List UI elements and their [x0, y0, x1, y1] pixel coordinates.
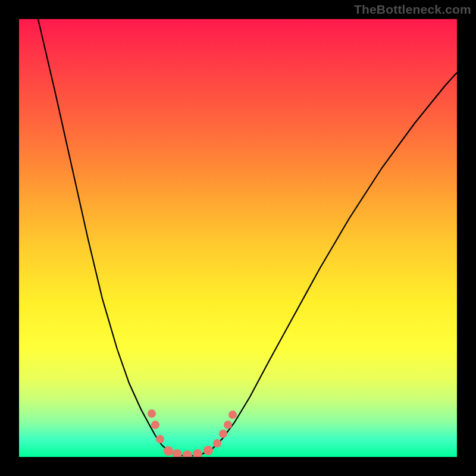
watermark-text: TheBottleneck.com: [354, 2, 471, 17]
highlight-dot: [219, 430, 227, 438]
highlight-dot: [228, 411, 237, 419]
bottleneck-curve: [19, 19, 457, 457]
highlight-dot: [213, 439, 221, 447]
highlight-dot: [148, 409, 156, 418]
highlight-dot: [193, 449, 202, 457]
highlight-dot: [183, 450, 192, 457]
highlight-dot: [173, 449, 182, 457]
highlight-dot: [224, 421, 232, 429]
highlight-dot: [203, 446, 213, 455]
highlight-dot: [156, 435, 164, 443]
chart-frame: TheBottleneck.com: [0, 0, 476, 476]
highlight-dot: [151, 421, 159, 429]
curve-left-branch: [38, 19, 189, 456]
highlight-dot: [164, 446, 173, 456]
highlight-dots: [148, 409, 237, 457]
curve-right-branch: [189, 73, 457, 456]
plot-area: [19, 19, 457, 457]
